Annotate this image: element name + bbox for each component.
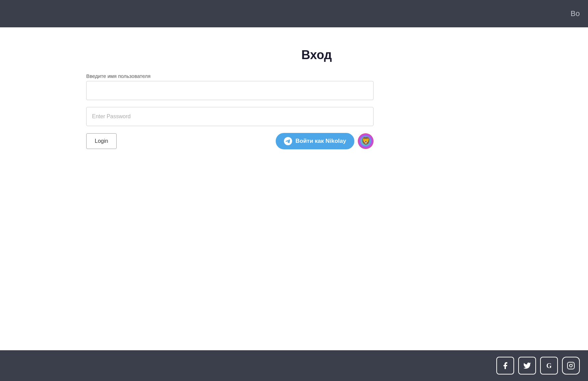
password-group	[86, 107, 374, 126]
header: Bo	[0, 0, 588, 27]
twitter-button[interactable]	[518, 357, 536, 375]
svg-rect-2	[567, 362, 574, 369]
telegram-login-button[interactable]: Войти как Nikolay	[276, 133, 354, 149]
username-group: Введите имя пользователя	[86, 73, 374, 100]
user-avatar: 🦁	[358, 133, 374, 149]
telegram-section: Войти как Nikolay	[276, 133, 374, 149]
facebook-button[interactable]	[496, 357, 514, 375]
facebook-icon	[501, 362, 509, 370]
username-label: Введите имя пользователя	[86, 73, 374, 79]
instagram-button[interactable]	[562, 357, 580, 375]
svg-text:🦁: 🦁	[361, 136, 371, 146]
page-title: Вход	[301, 48, 332, 62]
telegram-button-label: Войти как Nikolay	[296, 138, 346, 145]
telegram-icon	[284, 137, 292, 145]
google-button[interactable]: G	[540, 357, 558, 375]
login-button[interactable]: Login	[86, 133, 117, 149]
google-icon: G	[546, 362, 552, 370]
username-input[interactable]	[86, 81, 374, 100]
footer: G	[0, 350, 588, 381]
twitter-icon	[523, 362, 531, 370]
login-form: Введите имя пользователя Login Войти как…	[86, 73, 374, 149]
avatar-icon: 🦁	[358, 133, 374, 149]
instagram-icon	[567, 362, 575, 370]
main-content: Вход Введите имя пользователя Login Войт…	[0, 27, 588, 350]
header-user-text: Bo	[571, 9, 580, 18]
password-input[interactable]	[86, 107, 374, 126]
actions-row: Login Войти как Nikolay	[86, 133, 374, 149]
